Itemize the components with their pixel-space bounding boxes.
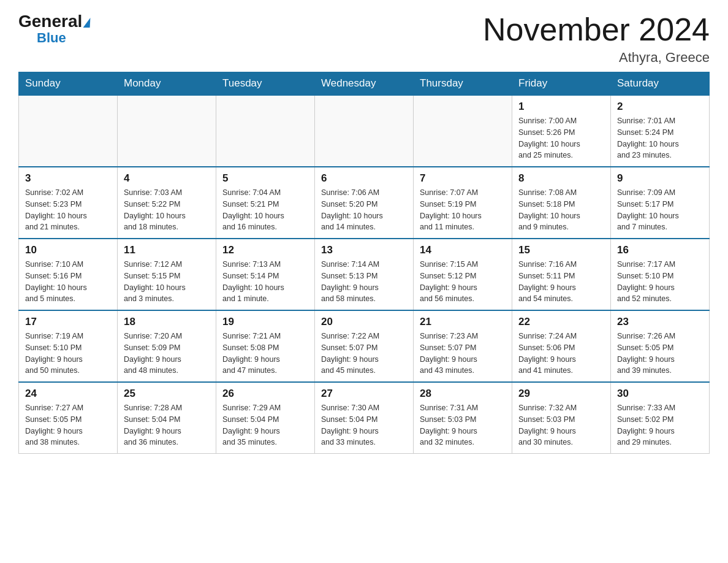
day-number: 17: [25, 316, 111, 328]
calendar-cell: 21Sunrise: 7:23 AM Sunset: 5:07 PM Dayli…: [414, 310, 512, 382]
calendar-cell: 20Sunrise: 7:22 AM Sunset: 5:07 PM Dayli…: [315, 310, 414, 382]
week-row-2: 3Sunrise: 7:02 AM Sunset: 5:23 PM Daylig…: [19, 167, 710, 239]
day-number: 20: [321, 316, 407, 328]
day-info: Sunrise: 7:16 AM Sunset: 5:11 PM Dayligh…: [518, 259, 604, 305]
day-number: 22: [518, 316, 604, 328]
week-row-4: 17Sunrise: 7:19 AM Sunset: 5:10 PM Dayli…: [19, 310, 710, 382]
day-number: 30: [617, 388, 703, 400]
week-row-3: 10Sunrise: 7:10 AM Sunset: 5:16 PM Dayli…: [19, 239, 710, 310]
day-info: Sunrise: 7:17 AM Sunset: 5:10 PM Dayligh…: [617, 259, 703, 305]
calendar-cell: 6Sunrise: 7:06 AM Sunset: 5:20 PM Daylig…: [315, 167, 414, 239]
calendar-cell: 26Sunrise: 7:29 AM Sunset: 5:04 PM Dayli…: [216, 382, 315, 454]
calendar-cell: 25Sunrise: 7:28 AM Sunset: 5:04 PM Dayli…: [118, 382, 216, 454]
day-number: 28: [420, 388, 506, 400]
day-number: 29: [518, 388, 604, 400]
calendar-cell: 27Sunrise: 7:30 AM Sunset: 5:04 PM Dayli…: [315, 382, 414, 454]
day-number: 19: [222, 316, 308, 328]
calendar-cell: 14Sunrise: 7:15 AM Sunset: 5:12 PM Dayli…: [414, 239, 512, 310]
logo-triangle-icon: [83, 18, 92, 28]
column-header-saturday: Saturday: [611, 72, 710, 96]
day-number: 18: [124, 316, 210, 328]
day-number: 15: [518, 244, 604, 256]
column-header-monday: Monday: [118, 72, 216, 96]
day-number: 16: [617, 244, 703, 256]
week-row-1: 1Sunrise: 7:00 AM Sunset: 5:26 PM Daylig…: [19, 95, 710, 167]
day-info: Sunrise: 7:15 AM Sunset: 5:12 PM Dayligh…: [420, 259, 506, 305]
day-info: Sunrise: 7:29 AM Sunset: 5:04 PM Dayligh…: [222, 402, 308, 448]
day-number: 21: [420, 316, 506, 328]
day-info: Sunrise: 7:27 AM Sunset: 5:05 PM Dayligh…: [25, 402, 111, 448]
day-number: 8: [518, 172, 604, 185]
day-info: Sunrise: 7:10 AM Sunset: 5:16 PM Dayligh…: [25, 259, 111, 305]
day-number: 26: [222, 388, 308, 400]
calendar-cell: 22Sunrise: 7:24 AM Sunset: 5:06 PM Dayli…: [512, 310, 611, 382]
calendar-cell: [118, 95, 216, 167]
day-info: Sunrise: 7:06 AM Sunset: 5:20 PM Dayligh…: [321, 187, 407, 233]
day-info: Sunrise: 7:02 AM Sunset: 5:23 PM Dayligh…: [25, 187, 111, 233]
calendar-cell: 24Sunrise: 7:27 AM Sunset: 5:05 PM Dayli…: [19, 382, 118, 454]
calendar-cell: 17Sunrise: 7:19 AM Sunset: 5:10 PM Dayli…: [19, 310, 118, 382]
column-header-thursday: Thursday: [414, 72, 512, 96]
calendar-subtitle: Athyra, Greece: [483, 50, 710, 66]
day-info: Sunrise: 7:24 AM Sunset: 5:06 PM Dayligh…: [518, 331, 604, 377]
column-header-sunday: Sunday: [19, 72, 118, 96]
day-info: Sunrise: 7:14 AM Sunset: 5:13 PM Dayligh…: [321, 259, 407, 305]
logo: General Blue: [18, 12, 91, 45]
day-info: Sunrise: 7:08 AM Sunset: 5:18 PM Dayligh…: [518, 187, 604, 233]
day-number: 9: [617, 172, 703, 185]
day-number: 6: [321, 172, 407, 185]
calendar-cell: 12Sunrise: 7:13 AM Sunset: 5:14 PM Dayli…: [216, 239, 315, 310]
day-info: Sunrise: 7:04 AM Sunset: 5:21 PM Dayligh…: [222, 187, 308, 233]
calendar-cell: 29Sunrise: 7:32 AM Sunset: 5:03 PM Dayli…: [512, 382, 611, 454]
day-info: Sunrise: 7:23 AM Sunset: 5:07 PM Dayligh…: [420, 331, 506, 377]
calendar-cell: [19, 95, 118, 167]
calendar-cell: 30Sunrise: 7:33 AM Sunset: 5:02 PM Dayli…: [611, 382, 710, 454]
day-number: 27: [321, 388, 407, 400]
day-info: Sunrise: 7:20 AM Sunset: 5:09 PM Dayligh…: [124, 331, 210, 377]
calendar-cell: 28Sunrise: 7:31 AM Sunset: 5:03 PM Dayli…: [414, 382, 512, 454]
day-number: 11: [124, 244, 210, 256]
calendar-cell: 11Sunrise: 7:12 AM Sunset: 5:15 PM Dayli…: [118, 239, 216, 310]
calendar-cell: 7Sunrise: 7:07 AM Sunset: 5:19 PM Daylig…: [414, 167, 512, 239]
day-info: Sunrise: 7:13 AM Sunset: 5:14 PM Dayligh…: [222, 259, 308, 305]
day-info: Sunrise: 7:22 AM Sunset: 5:07 PM Dayligh…: [321, 331, 407, 377]
calendar-cell: 4Sunrise: 7:03 AM Sunset: 5:22 PM Daylig…: [118, 167, 216, 239]
calendar-cell: 18Sunrise: 7:20 AM Sunset: 5:09 PM Dayli…: [118, 310, 216, 382]
calendar-table: SundayMondayTuesdayWednesdayThursdayFrid…: [18, 72, 710, 454]
calendar-header-row: SundayMondayTuesdayWednesdayThursdayFrid…: [19, 72, 710, 96]
day-number: 10: [25, 244, 111, 256]
calendar-cell: 3Sunrise: 7:02 AM Sunset: 5:23 PM Daylig…: [19, 167, 118, 239]
page-header: General Blue November 2024 Athyra, Greec…: [18, 12, 710, 66]
column-header-tuesday: Tuesday: [216, 72, 315, 96]
day-number: 13: [321, 244, 407, 256]
calendar-cell: [216, 95, 315, 167]
day-info: Sunrise: 7:01 AM Sunset: 5:24 PM Dayligh…: [617, 115, 703, 161]
day-number: 5: [222, 172, 308, 185]
day-info: Sunrise: 7:31 AM Sunset: 5:03 PM Dayligh…: [420, 402, 506, 448]
day-info: Sunrise: 7:19 AM Sunset: 5:10 PM Dayligh…: [25, 331, 111, 377]
calendar-cell: 19Sunrise: 7:21 AM Sunset: 5:08 PM Dayli…: [216, 310, 315, 382]
day-info: Sunrise: 7:28 AM Sunset: 5:04 PM Dayligh…: [124, 402, 210, 448]
calendar-cell: 5Sunrise: 7:04 AM Sunset: 5:21 PM Daylig…: [216, 167, 315, 239]
day-number: 2: [617, 101, 703, 113]
column-header-friday: Friday: [512, 72, 611, 96]
day-number: 24: [25, 388, 111, 400]
calendar-cell: 16Sunrise: 7:17 AM Sunset: 5:10 PM Dayli…: [611, 239, 710, 310]
calendar-title: November 2024: [483, 12, 710, 47]
logo-general-text: General: [18, 12, 91, 31]
day-number: 3: [25, 172, 111, 185]
calendar-cell: [414, 95, 512, 167]
day-number: 23: [617, 316, 703, 328]
calendar-cell: 2Sunrise: 7:01 AM Sunset: 5:24 PM Daylig…: [611, 95, 710, 167]
day-number: 4: [124, 172, 210, 185]
day-number: 12: [222, 244, 308, 256]
day-info: Sunrise: 7:03 AM Sunset: 5:22 PM Dayligh…: [124, 187, 210, 233]
calendar-cell: 10Sunrise: 7:10 AM Sunset: 5:16 PM Dayli…: [19, 239, 118, 310]
day-info: Sunrise: 7:21 AM Sunset: 5:08 PM Dayligh…: [222, 331, 308, 377]
column-header-wednesday: Wednesday: [315, 72, 414, 96]
calendar-cell: 1Sunrise: 7:00 AM Sunset: 5:26 PM Daylig…: [512, 95, 611, 167]
calendar-cell: [315, 95, 414, 167]
calendar-cell: 23Sunrise: 7:26 AM Sunset: 5:05 PM Dayli…: [611, 310, 710, 382]
day-info: Sunrise: 7:12 AM Sunset: 5:15 PM Dayligh…: [124, 259, 210, 305]
day-info: Sunrise: 7:00 AM Sunset: 5:26 PM Dayligh…: [518, 115, 604, 161]
